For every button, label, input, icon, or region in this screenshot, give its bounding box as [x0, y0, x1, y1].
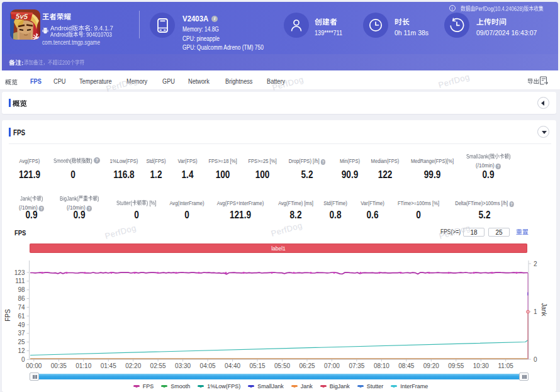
svg-text:0: 0	[21, 356, 25, 363]
svg-text:06:25: 06:25	[299, 362, 315, 369]
svg-text:37: 37	[18, 330, 25, 337]
svg-text:02:20: 02:20	[125, 362, 141, 369]
svg-text:74: 74	[18, 304, 25, 311]
svg-text:1: 1	[534, 308, 537, 315]
svg-text:98: 98	[18, 286, 25, 293]
svg-text:123: 123	[14, 269, 25, 276]
svg-text:08:10: 08:10	[374, 362, 389, 369]
svg-text:04:40: 04:40	[225, 362, 240, 369]
svg-text:86: 86	[18, 295, 25, 302]
svg-text:05:15: 05:15	[249, 362, 265, 369]
svg-text:111: 111	[15, 277, 25, 284]
svg-text:07:00: 07:00	[324, 362, 340, 369]
svg-text:FPS: FPS	[4, 309, 11, 322]
svg-text:2: 2	[534, 260, 537, 267]
svg-text:05:50: 05:50	[274, 362, 290, 369]
svg-text:00:00: 00:00	[26, 362, 42, 369]
svg-text:03:30: 03:30	[175, 362, 191, 369]
svg-text:10:30: 10:30	[473, 362, 489, 369]
svg-text:5v5: 5v5	[16, 12, 28, 20]
svg-text:11:05: 11:05	[498, 362, 514, 369]
svg-text:25: 25	[18, 339, 25, 345]
svg-text:08:45: 08:45	[398, 362, 414, 369]
svg-text:01:45: 01:45	[101, 362, 116, 369]
svg-text:Jank: Jank	[540, 303, 547, 316]
svg-text:04:05: 04:05	[200, 362, 216, 369]
svg-text:0: 0	[534, 356, 537, 363]
svg-text:12: 12	[18, 347, 25, 354]
svg-text:02:55: 02:55	[150, 362, 166, 369]
svg-text:49: 49	[18, 322, 25, 328]
svg-text:09:55: 09:55	[448, 362, 464, 369]
svg-text:09:20: 09:20	[423, 362, 439, 369]
svg-text:61: 61	[18, 313, 25, 320]
svg-text:07:35: 07:35	[349, 362, 364, 369]
svg-text:01:10: 01:10	[76, 362, 91, 369]
svg-text:00:35: 00:35	[51, 362, 67, 369]
